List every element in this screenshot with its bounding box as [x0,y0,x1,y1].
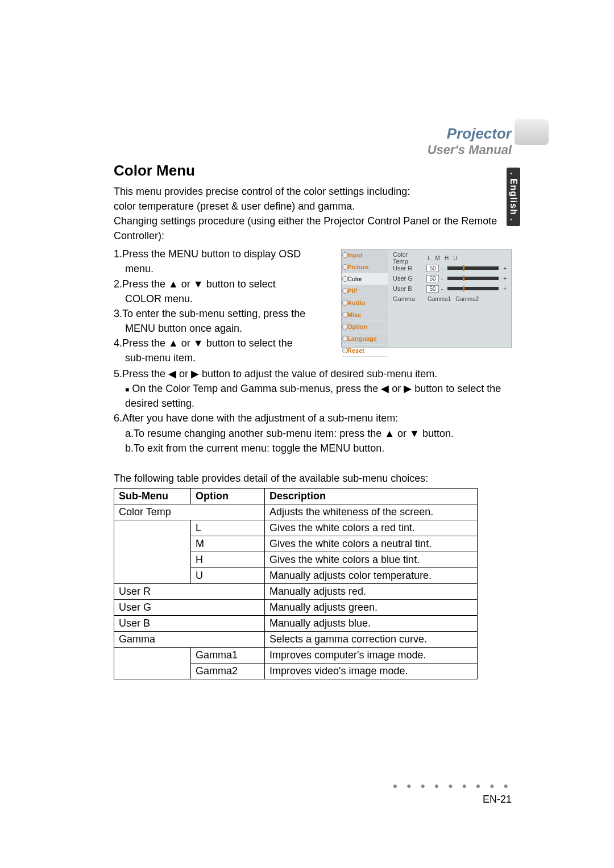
intro-line: color temperature (preset & user define)… [114,199,512,214]
table-row: User B Manually adjusts blue. [114,615,478,631]
cell: Manually adjusts color temperature. [265,567,478,583]
step-cont: menu. [114,261,324,276]
product-name: Projector [428,125,512,143]
cell: Gives the white colors a red tint. [265,520,478,536]
osd-row: User G 50 -+ [393,273,507,283]
th-description: Description [265,488,478,504]
osd-row: Color Temp L M H U [393,253,507,263]
osd-nav-item: Input [342,249,388,261]
cell: Manually adjusts green. [265,599,478,615]
step-sub: a.To resume changing another sub-menu it… [114,426,512,441]
table-row: Gamma1 Improves computer's image mode. [114,647,478,663]
cell: L [191,520,265,536]
intro-line: Changing settings procedure (using eithe… [114,214,512,243]
step-sub: b.To exit from the current menu: toggle … [114,441,512,456]
cell [114,567,191,583]
osd-screenshot: Input Picture Color PIP Audio Misc Optio… [341,249,512,348]
th-option: Option [191,488,265,504]
table-intro: The following table provides detail of t… [114,473,512,485]
osd-nav-item: Language [342,333,388,345]
table-row: Gamma2 Improves video's image mode. [114,663,478,679]
cell: Gamma [114,631,265,647]
slider-icon [447,277,499,280]
slider-icon [447,266,499,270]
step-cont: sub-menu item. [114,350,324,365]
table-row: Gamma Selects a gamma correction curve. [114,631,478,647]
osd-nav-item: Audio [342,297,388,309]
osd-row: User R 50 -+ [393,263,507,273]
bullet-icon: ■ [125,386,129,394]
osd-value: 50 [426,275,439,282]
osd-options: L M H U [426,255,458,261]
osd-label: User B [393,285,424,292]
cell: Selects a gamma correction curve. [265,631,478,647]
osd-nav-item: Option [342,321,388,333]
cell: Gamma1 [191,647,265,663]
options-table: Sub-Menu Option Description Color Temp A… [114,488,478,679]
osd-value: 50 [426,265,439,272]
table-row: U Manually adjusts color temperature. [114,567,478,583]
intro-text: This menu provides precise control of th… [114,184,512,243]
projector-icon [515,119,549,145]
cell [114,520,191,536]
osd-nav: Input Picture Color PIP Audio Misc Optio… [342,249,388,348]
step: 4.Press the ▲ or ▼ button to select the [114,336,324,350]
cell: Improves video's image mode. [265,663,478,679]
table-row: H Gives the white colors a blue tint. [114,552,478,567]
cell: Improves computer's image mode. [265,647,478,663]
table-header-row: Sub-Menu Option Description [114,488,478,504]
step: 6.After you have done with the adjustmen… [114,411,512,425]
cell: Gamma2 [191,663,265,679]
osd-nav-item: PIP [342,285,388,297]
step: 1.Press the MENU button to display OSD [114,247,324,261]
manual-label: User's Manual [428,143,512,157]
cell: H [191,552,265,567]
cell: Adjusts the whiteness of the screen. [265,504,478,520]
cell: User R [114,583,265,599]
intro-line: This menu provides precise control of th… [114,184,512,199]
step: 3.To enter the sub-menu setting, press t… [114,306,324,321]
osd-nav-item: Picture [342,261,388,273]
osd-nav-item: Color [342,273,388,285]
osd-row: User B 50 -+ [393,283,507,294]
table-row: Color Temp Adjusts the whiteness of the … [114,504,478,520]
table-row: User R Manually adjusts red. [114,583,478,599]
table-row: M Gives the white colors a neutral tint. [114,536,478,552]
step-note: ■ On the Color Temp and Gamma sub-menus,… [114,381,512,411]
steps-wide: 5.Press the ◀ or ▶ button to adjust the … [114,365,512,456]
step: 2.Press the ▲ or ▼ button to select [114,277,324,291]
step: 5.Press the ◀ or ▶ button to adjust the … [114,366,512,381]
cell: Color Temp [114,504,265,520]
osd-label: Color Temp [393,251,424,265]
osd-label: User G [393,275,424,282]
table-row: L Gives the white colors a red tint. [114,520,478,536]
section-heading: Color Menu [114,162,512,180]
page-number: EN-21 [393,794,512,806]
cell: Manually adjusts blue. [265,615,478,631]
page-footer: ● ● ● ● ● ● ● ● ● EN-21 [393,781,512,806]
slider-icon [447,287,499,290]
cell: Gives the white colors a blue tint. [265,552,478,567]
osd-nav-item: Reset [342,345,388,357]
steps-narrow: 1.Press the MENU button to display OSD m… [114,247,324,365]
cell: User G [114,599,265,615]
cell [114,663,191,679]
osd-label: User R [393,265,424,272]
step-cont: MENU button once again. [114,321,324,336]
header-block: Projector User's Manual [428,125,512,157]
osd-options: Gamma1 Gamma2 [426,296,480,302]
cell [114,647,191,663]
osd-body: Color Temp L M H U User R 50 -+ User G 5… [388,249,511,348]
th-submenu: Sub-Menu [114,488,191,504]
osd-nav-item: Misc [342,309,388,321]
osd-label: Gamma [393,295,424,302]
step-cont: COLOR menu. [114,291,324,306]
dots-decoration: ● ● ● ● ● ● ● ● ● [393,781,512,790]
cell: M [191,536,265,552]
cell: Gives the white colors a neutral tint. [265,536,478,552]
cell [114,552,191,567]
cell: Manually adjusts red. [265,583,478,599]
osd-value: 50 [426,285,439,293]
cell [114,536,191,552]
osd-row: Gamma Gamma1 Gamma2 [393,294,507,304]
